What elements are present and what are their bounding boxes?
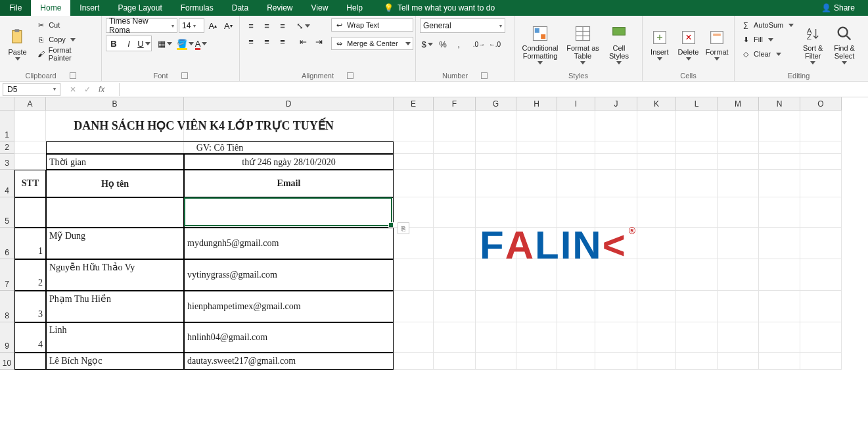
cell-bg[interactable] <box>800 197 842 228</box>
cell[interactable]: 3 <box>14 291 46 322</box>
cell-bg[interactable] <box>595 111 637 141</box>
cell[interactable]: GV: Cô Tiên <box>46 141 394 154</box>
row-header-1[interactable]: 1 <box>0 111 14 141</box>
cell-bg[interactable] <box>800 154 842 170</box>
dialog-launcher-icon[interactable] <box>347 72 354 79</box>
cell-bg[interactable] <box>557 170 595 197</box>
cell-bg[interactable] <box>637 259 676 291</box>
cell-bg[interactable] <box>800 170 842 197</box>
row-header-3[interactable]: 3 <box>0 154 14 170</box>
cell-bg[interactable] <box>434 154 476 170</box>
cell-bg[interactable] <box>718 291 759 322</box>
increase-decimal-button[interactable]: .0→ <box>472 37 486 51</box>
col-header-L[interactable]: L <box>676 97 718 111</box>
cell-bg[interactable] <box>434 197 476 228</box>
cell-bg[interactable] <box>394 291 434 322</box>
align-left-button[interactable]: ≡ <box>244 34 258 49</box>
cell-bg[interactable] <box>476 170 516 197</box>
share-button[interactable]: 👤 Share <box>816 3 860 12</box>
cell-bg[interactable] <box>759 141 800 154</box>
cell-bg[interactable] <box>637 141 676 154</box>
cell-bg[interactable] <box>476 141 516 154</box>
cell[interactable]: Linh <box>46 322 184 353</box>
cell-bg[interactable] <box>434 322 476 353</box>
cell-bg[interactable] <box>14 141 46 154</box>
cell-bg[interactable] <box>759 111 800 141</box>
cell[interactable]: Thời gian <box>46 154 184 170</box>
col-header-I[interactable]: I <box>557 97 595 111</box>
cell-bg[interactable] <box>637 291 676 322</box>
row-header-10[interactable]: 10 <box>0 353 14 370</box>
col-header-D[interactable]: D <box>184 97 394 111</box>
col-header-K[interactable]: K <box>637 97 676 111</box>
wrap-text-button[interactable]: ↩Wrap Text <box>331 18 413 32</box>
row-header-2[interactable]: 2 <box>0 141 14 154</box>
shrink-font-button[interactable]: A▾ <box>221 18 235 33</box>
cell-bg[interactable] <box>394 353 434 370</box>
col-header-G[interactable]: G <box>476 97 516 111</box>
cell[interactable]: Nguyễn Hữu Thảo Vy <box>46 259 184 291</box>
font-color-button[interactable]: A <box>194 36 208 51</box>
cell-bg[interactable] <box>759 154 800 170</box>
decrease-indent-button[interactable]: ⇤ <box>296 34 310 49</box>
cell-bg[interactable] <box>595 291 637 322</box>
cell-bg[interactable] <box>718 111 759 141</box>
cell-bg[interactable] <box>718 259 759 291</box>
cell-bg[interactable] <box>434 111 476 141</box>
cell-bg[interactable] <box>637 154 676 170</box>
cell-bg[interactable] <box>718 197 759 228</box>
dialog-launcher-icon[interactable] <box>481 72 488 79</box>
cell[interactable]: Mỹ Dung <box>46 228 184 259</box>
fx-icon[interactable]: fx <box>99 85 110 94</box>
find-select-button[interactable]: Find & Select <box>830 18 859 70</box>
dialog-launcher-icon[interactable] <box>70 72 76 79</box>
confirm-formula-icon[interactable]: ✓ <box>84 85 91 94</box>
cell-bg[interactable] <box>516 353 557 370</box>
cell-bg[interactable] <box>637 197 676 228</box>
merge-center-button[interactable]: ⇔Merge & Center <box>331 37 413 50</box>
orientation-button[interactable]: ⤡ <box>296 18 310 33</box>
cell-bg[interactable] <box>759 197 800 228</box>
cell-bg[interactable] <box>516 291 557 322</box>
name-box[interactable]: D5▾ <box>3 83 60 96</box>
grow-font-button[interactable]: A▴ <box>206 18 219 33</box>
cell-bg[interactable] <box>718 322 759 353</box>
cell[interactable] <box>14 197 46 228</box>
cell-bg[interactable] <box>516 154 557 170</box>
cell-bg[interactable] <box>434 259 476 291</box>
align-middle-button[interactable]: ≡ <box>260 18 274 33</box>
tab-formulas[interactable]: Formulas <box>171 0 223 16</box>
cut-button[interactable]: ✂Cut <box>34 18 97 32</box>
tab-review[interactable]: Review <box>258 0 302 16</box>
cell-bg[interactable] <box>434 170 476 197</box>
cell-bg[interactable] <box>476 111 516 141</box>
cell-bg[interactable] <box>676 154 718 170</box>
conditional-formatting-button[interactable]: Conditional Formatting <box>518 18 562 70</box>
col-header-N[interactable]: N <box>759 97 800 111</box>
col-header-A[interactable]: A <box>14 97 46 111</box>
tab-view[interactable]: View <box>302 0 338 16</box>
cell-bg[interactable] <box>759 291 800 322</box>
underline-button[interactable]: U <box>137 36 151 51</box>
cell-bg[interactable] <box>516 141 557 154</box>
cell-bg[interactable] <box>557 291 595 322</box>
cell-bg[interactable] <box>759 259 800 291</box>
cell-bg[interactable] <box>394 154 434 170</box>
cell-bg[interactable] <box>476 353 516 370</box>
cell-bg[interactable] <box>637 322 676 353</box>
cell[interactable]: Họ tên <box>46 170 184 197</box>
cell-bg[interactable] <box>595 170 637 197</box>
tab-insert[interactable]: Insert <box>70 0 108 16</box>
tab-data[interactable]: Data <box>223 0 258 16</box>
cell[interactable]: 2 <box>14 259 46 291</box>
col-header-O[interactable]: O <box>800 97 842 111</box>
tell-me[interactable]: 💡 Tell me what you want to do <box>378 0 500 16</box>
cell-bg[interactable] <box>676 170 718 197</box>
row-header-7[interactable]: 7 <box>0 259 14 291</box>
cell-bg[interactable] <box>394 259 434 291</box>
cancel-formula-icon[interactable]: ✕ <box>70 85 76 94</box>
font-family-combo[interactable]: Times New Roma▾ <box>106 18 177 33</box>
col-header-H[interactable]: H <box>516 97 557 111</box>
cell[interactable]: mydungnh5@gmail.com <box>184 228 394 259</box>
align-bottom-button[interactable]: ≡ <box>275 18 290 33</box>
